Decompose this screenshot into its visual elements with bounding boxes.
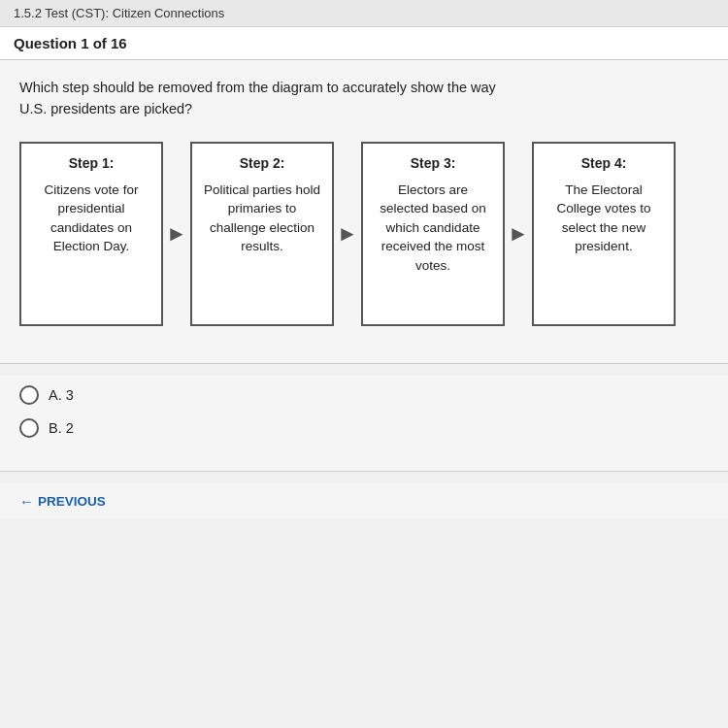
radio-b[interactable] [19, 418, 39, 438]
steps-container: Step 1: Citizens vote for presidential c… [19, 142, 709, 326]
step3-box: Step 3: Electors are selected based on w… [361, 142, 505, 326]
step4-box: Step 4: The Electoral College votes to s… [532, 142, 676, 326]
step3-title: Step 3: [411, 155, 456, 171]
top-bar: 1.5.2 Test (CST): Citizen Connections [0, 0, 728, 27]
step2-wrapper: Step 2: Political parties hold primaries… [190, 142, 334, 326]
answer-option-a[interactable]: A. 3 [19, 385, 709, 405]
radio-a[interactable] [19, 385, 39, 405]
step4-wrapper: Step 4: The Electoral College votes to s… [532, 142, 676, 326]
step1-wrapper: Step 1: Citizens vote for presidential c… [19, 142, 163, 326]
step2-box: Step 2: Political parties hold primaries… [190, 142, 334, 326]
question-header: Question 1 of 16 [0, 27, 728, 60]
answer-label-a: A. 3 [49, 387, 74, 403]
step1-box: Step 1: Citizens vote for presidential c… [19, 142, 163, 326]
arrow2: ► [334, 142, 361, 326]
left-arrow-icon: ← [19, 493, 34, 510]
step1-content: Citizens vote for presidential candidate… [31, 181, 151, 256]
answer-label-b: B. 2 [49, 420, 74, 436]
question-text: Which step should be removed from the di… [19, 78, 709, 120]
step3-content: Electors are selected based on which can… [373, 181, 493, 276]
step3-wrapper: Step 3: Electors are selected based on w… [361, 142, 505, 326]
arrow1: ► [163, 142, 190, 326]
step1-title: Step 1: [69, 155, 115, 171]
answer-option-b[interactable]: B. 2 [19, 418, 709, 438]
step4-content: The Electoral College votes to select th… [544, 181, 664, 256]
previous-link[interactable]: ← PREVIOUS [19, 493, 106, 510]
step4-title: Step 4: [581, 155, 627, 171]
arrow3: ► [505, 142, 532, 326]
step2-title: Step 2: [240, 155, 285, 171]
step2-content: Political parties hold primaries to chal… [202, 181, 322, 256]
